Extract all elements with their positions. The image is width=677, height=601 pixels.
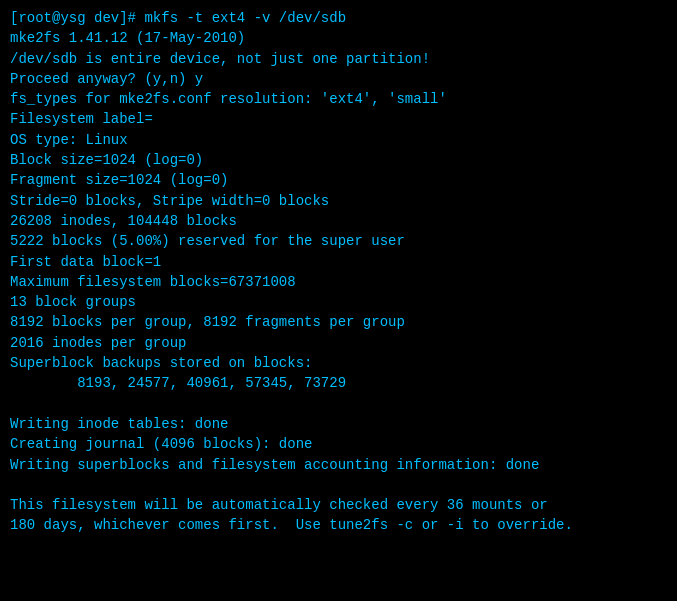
terminal-line-22: Writing superblocks and filesystem accou… (10, 455, 667, 475)
terminal-line-10: 26208 inodes, 104448 blocks (10, 211, 667, 231)
terminal-line-1: mke2fs 1.41.12 (17-May-2010) (10, 28, 667, 48)
terminal-line-15: 8192 blocks per group, 8192 fragments pe… (10, 312, 667, 332)
terminal-line-17: Superblock backups stored on blocks: (10, 353, 667, 373)
terminal-line-24: This filesystem will be automatically ch… (10, 495, 667, 515)
terminal-line-12: First data block=1 (10, 252, 667, 272)
terminal-line-2: /dev/sdb is entire device, not just one … (10, 49, 667, 69)
terminal-line-21: Creating journal (4096 blocks): done (10, 434, 667, 454)
terminal-line-25: 180 days, whichever comes first. Use tun… (10, 515, 667, 535)
terminal-line-empty-23 (10, 475, 667, 495)
terminal-line-5: Filesystem label= (10, 109, 667, 129)
terminal-line-empty-19 (10, 394, 667, 414)
terminal-line-16: 2016 inodes per group (10, 333, 667, 353)
terminal-line-9: Stride=0 blocks, Stripe width=0 blocks (10, 191, 667, 211)
terminal-line-4: fs_types for mke2fs.conf resolution: 'ex… (10, 89, 667, 109)
terminal-line-14: 13 block groups (10, 292, 667, 312)
terminal-line-0: [root@ysg dev]# mkfs -t ext4 -v /dev/sdb (10, 8, 667, 28)
terminal-line-20: Writing inode tables: done (10, 414, 667, 434)
terminal-line-18: 8193, 24577, 40961, 57345, 73729 (10, 373, 667, 393)
terminal-line-3: Proceed anyway? (y,n) y (10, 69, 667, 89)
terminal-line-7: Block size=1024 (log=0) (10, 150, 667, 170)
terminal-line-6: OS type: Linux (10, 130, 667, 150)
terminal-line-8: Fragment size=1024 (log=0) (10, 170, 667, 190)
terminal-line-11: 5222 blocks (5.00%) reserved for the sup… (10, 231, 667, 251)
terminal-line-13: Maximum filesystem blocks=67371008 (10, 272, 667, 292)
terminal-output: [root@ysg dev]# mkfs -t ext4 -v /dev/sdb… (10, 8, 667, 593)
